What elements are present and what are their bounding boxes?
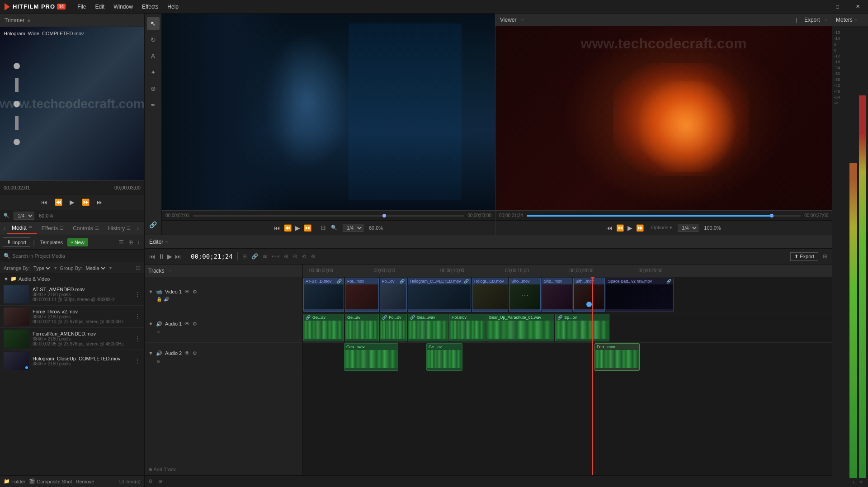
- audio-clip[interactable]: Hol.mov: [449, 314, 486, 341]
- main-frame-forward[interactable]: ⏩: [636, 224, 644, 232]
- ed-rate-icon[interactable]: ⊚: [302, 253, 307, 260]
- templates-button[interactable]: Templates: [38, 238, 66, 246]
- tab-controls[interactable]: Controls ☰: [68, 223, 104, 234]
- skip-start-button[interactable]: ⏮: [39, 198, 49, 207]
- add-track-button[interactable]: ⊕ Add Track: [148, 467, 176, 473]
- group-expand-icon[interactable]: ▼: [4, 276, 9, 282]
- export-menu-icon[interactable]: ≡: [825, 17, 827, 23]
- ed-trim-icon[interactable]: ⊗: [311, 253, 316, 260]
- pen-tool[interactable]: ✒: [147, 99, 160, 111]
- menu-window[interactable]: Window: [110, 2, 137, 12]
- step-back-button[interactable]: ⏪: [53, 198, 64, 207]
- ed-magnet-icon[interactable]: ⟺: [272, 253, 279, 260]
- menu-help[interactable]: Help: [164, 2, 182, 12]
- media-options-icon[interactable]: ⋮: [134, 313, 141, 320]
- audio-clip[interactable]: 🔗 Ge...av: [303, 314, 344, 341]
- audio1-track-visibility[interactable]: 👁: [184, 321, 190, 327]
- arrange-select[interactable]: Type: [32, 265, 52, 271]
- move-tool[interactable]: ✦: [147, 66, 160, 79]
- video-clip[interactable]: Space Batt...v2 raw.mov 🔗: [606, 278, 674, 312]
- tab-scroll-left[interactable]: ‹: [2, 224, 7, 232]
- menu-edit[interactable]: Edit: [92, 2, 108, 12]
- main-skip-back[interactable]: ⏮: [606, 224, 613, 232]
- media-options-icon[interactable]: ⋮: [134, 357, 141, 364]
- crop-tool[interactable]: ⊕: [147, 82, 160, 95]
- tab-history[interactable]: History ☰: [104, 223, 135, 234]
- menu-file[interactable]: File: [74, 2, 90, 12]
- ed-extra-btn[interactable]: ⊞: [823, 253, 827, 260]
- list-item[interactable]: ForrestRun_AMENDED.mov 3840 × 2160 pixel…: [0, 328, 144, 350]
- video-clip[interactable]: AT-ST...D.mov 🔗: [303, 278, 344, 312]
- search-input[interactable]: [12, 253, 141, 259]
- options-label[interactable]: Options ▾: [651, 225, 672, 231]
- video-track-expand[interactable]: ▼: [148, 289, 153, 294]
- video-clip[interactable]: Sho...mov: [542, 278, 572, 312]
- frame-back-ctrl[interactable]: ⏪: [284, 224, 292, 232]
- vid-lock-icon[interactable]: 🔒: [156, 297, 162, 302]
- video-clip[interactable]: Sith...mov: [573, 278, 605, 312]
- audio1-expand[interactable]: ▼: [148, 321, 153, 326]
- tracks-menu[interactable]: ≡: [169, 268, 172, 274]
- tab-scroll-right[interactable]: ›: [135, 224, 141, 232]
- text-tool[interactable]: A: [147, 50, 160, 62]
- ed-ripple-icon[interactable]: ≋: [263, 253, 267, 260]
- export-button[interactable]: ⬆ Export: [790, 252, 818, 261]
- media-options-icon[interactable]: ⋮: [134, 335, 141, 342]
- main-play[interactable]: ▶: [627, 224, 632, 232]
- audio-clip[interactable]: Forr...mov: [594, 343, 640, 371]
- ed-skip-back[interactable]: ⏮: [149, 253, 156, 260]
- close-button[interactable]: ✕: [848, 0, 868, 14]
- trimmer-zoom-fraction[interactable]: 1/4: [14, 212, 34, 220]
- grid-view-button[interactable]: ⊞: [127, 238, 135, 246]
- video-clip[interactable]: Fo...ov 🔗: [380, 278, 407, 312]
- viewer-menu-icon[interactable]: ≡: [521, 17, 524, 23]
- tab-effects[interactable]: Effects ☰: [37, 223, 68, 234]
- editor-menu[interactable]: ≡: [165, 239, 168, 245]
- media-options-icon[interactable]: ⋮: [134, 291, 141, 298]
- audio-clip[interactable]: 🔗 Gea...wav: [408, 314, 448, 341]
- main-frame-back[interactable]: ⏪: [616, 224, 624, 232]
- vid-audio-icon[interactable]: 🔊: [164, 297, 169, 302]
- list-item[interactable]: AT-ST_AMENDED.mov 3840 × 2160 pixels 00:…: [0, 284, 144, 306]
- list-item[interactable]: Hologram_CloseUp_COMPLETED.mov 3840 × 21…: [0, 350, 144, 372]
- video-track-visibility[interactable]: 👁: [184, 288, 190, 295]
- skip-back-ctrl[interactable]: ⏮: [274, 224, 280, 232]
- play-ctrl[interactable]: ▶: [295, 224, 300, 232]
- group-select[interactable]: Media: [84, 265, 107, 271]
- maximize-button[interactable]: □: [827, 0, 848, 14]
- ed-frame-forward[interactable]: ⏭: [175, 253, 181, 260]
- menu-effects[interactable]: Effects: [138, 2, 162, 12]
- ed-link-icon[interactable]: 🔗: [251, 253, 258, 260]
- audio1-track-settings[interactable]: ⚙: [193, 321, 197, 327]
- play-pause-button[interactable]: ▶: [68, 198, 76, 207]
- stop-button[interactable]: ⏩: [80, 198, 91, 207]
- ed-frame-back[interactable]: ⏸: [158, 253, 165, 260]
- tab-media[interactable]: Media ☰: [7, 222, 37, 234]
- audio-clip[interactable]: Ge...av: [426, 343, 462, 371]
- list-view-button[interactable]: ☰: [117, 238, 126, 246]
- remove-button[interactable]: Remove: [75, 479, 94, 484]
- audio-clip[interactable]: 🔗 Sp...ov: [555, 314, 609, 341]
- audio2-expand[interactable]: ▼: [148, 350, 153, 356]
- skip-end-button[interactable]: ⏭: [95, 198, 105, 207]
- main-viewer-zoom-select[interactable]: 1/4: [678, 224, 698, 232]
- new-button[interactable]: New: [67, 238, 88, 246]
- list-item[interactable]: Force Throw v2.mov 3840 × 2160 pixels 00…: [0, 306, 144, 328]
- frame-forward-ctrl[interactable]: ⏩: [304, 224, 311, 232]
- camera-tool[interactable]: 🔗: [147, 218, 160, 231]
- ed-roll-icon[interactable]: ⊛: [284, 253, 288, 260]
- video-clip[interactable]: Sho...mov ⋯: [509, 278, 541, 312]
- import-button[interactable]: ⬇ Import: [3, 237, 30, 247]
- folder-button[interactable]: 📁 Folder: [4, 478, 25, 484]
- audio-clip[interactable]: Ge...av: [345, 314, 379, 341]
- audio2-track-settings[interactable]: ⚙: [193, 350, 197, 356]
- audio-clip[interactable]: Gea...wav: [344, 343, 398, 371]
- minimize-button[interactable]: ─: [807, 0, 827, 14]
- composite-shot-button[interactable]: 🎬 Composite Shot: [29, 478, 72, 484]
- video-clip[interactable]: Hologr...ED.mov: [472, 278, 508, 312]
- pointer-tool[interactable]: ↖: [147, 17, 160, 30]
- ed-snap-icon[interactable]: ⊞: [242, 253, 247, 260]
- video-clip[interactable]: For...mov: [345, 278, 379, 312]
- video-track-settings[interactable]: ⚙: [193, 289, 197, 295]
- ed-slip-icon[interactable]: ⊙: [293, 253, 297, 260]
